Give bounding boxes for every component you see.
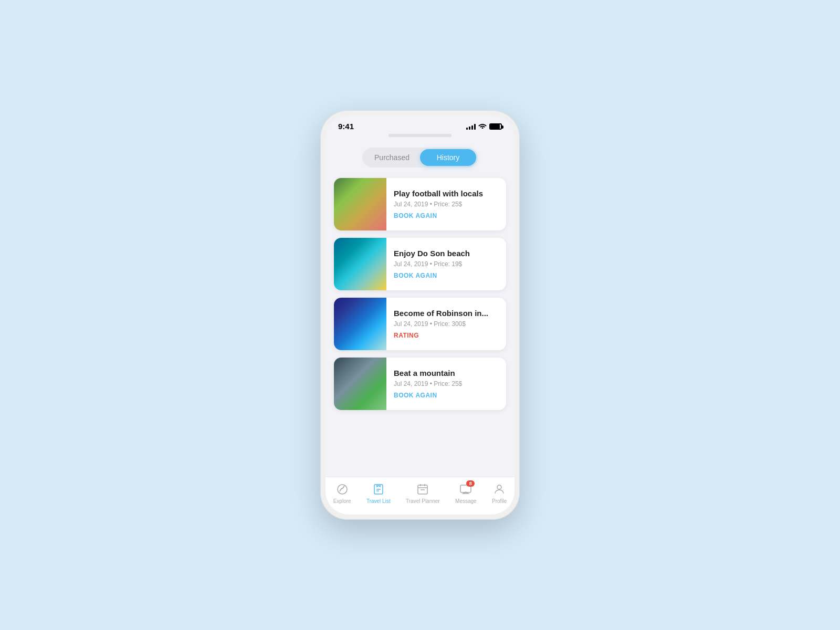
- card-football: Play football with locals Jul 24, 2019 •…: [334, 178, 506, 230]
- svg-point-10: [497, 485, 501, 489]
- svg-point-0: [338, 485, 347, 494]
- battery-icon: [489, 123, 502, 130]
- explore-icon: [335, 482, 349, 496]
- card-title-football: Play football with locals: [394, 189, 499, 198]
- card-meta-island: Jul 24, 2019 • Price: 300$: [394, 320, 499, 328]
- book-again-football[interactable]: BOOK AGAIN: [394, 212, 499, 219]
- status-time: 9:41: [338, 122, 354, 131]
- card-title-island: Become of Robinson in...: [394, 309, 499, 318]
- nav-item-message[interactable]: 8 Message: [455, 482, 477, 504]
- status-bar: 9:41: [326, 116, 514, 134]
- card-image-football: [334, 178, 386, 230]
- travel-list-icon: [372, 482, 385, 496]
- book-again-beach[interactable]: BOOK AGAIN: [394, 272, 499, 279]
- card-island: Become of Robinson in... Jul 24, 2019 • …: [334, 298, 506, 350]
- phone-screen: 9:41: [326, 116, 514, 514]
- nav-label-travel-planner: Travel Planner: [406, 498, 440, 504]
- profile-icon: [492, 482, 506, 496]
- card-meta-beach: Jul 24, 2019 • Price: 19$: [394, 260, 499, 268]
- card-meta-mountain: Jul 24, 2019 • Price: 25$: [394, 380, 499, 387]
- message-icon: 8: [459, 482, 472, 496]
- nav-label-profile: Profile: [492, 498, 507, 504]
- card-image-island: [334, 298, 386, 350]
- card-image-mountain: [334, 358, 386, 410]
- rating-island[interactable]: RATING: [394, 332, 499, 339]
- nav-item-travel-planner[interactable]: Travel Planner: [406, 482, 440, 504]
- card-content-island: Become of Robinson in... Jul 24, 2019 • …: [386, 298, 506, 350]
- card-content-beach: Enjoy Do Son beach Jul 24, 2019 • Price:…: [386, 238, 506, 290]
- status-icons: [466, 122, 502, 130]
- card-image-beach: [334, 238, 386, 290]
- card-content-mountain: Beat a mountain Jul 24, 2019 • Price: 25…: [386, 358, 506, 410]
- signal-icon: [466, 123, 476, 130]
- wifi-icon: [478, 122, 487, 130]
- nav-item-travel-list[interactable]: Travel List: [366, 482, 391, 504]
- phone-frame: 9:41: [320, 110, 520, 520]
- card-title-mountain: Beat a mountain: [394, 369, 499, 377]
- bottom-nav: Explore Travel List: [326, 477, 514, 514]
- tab-switcher: Purchased History: [362, 148, 478, 167]
- card-title-beach: Enjoy Do Son beach: [394, 249, 499, 258]
- book-again-mountain[interactable]: BOOK AGAIN: [394, 392, 499, 399]
- card-beach: Enjoy Do Son beach Jul 24, 2019 • Price:…: [334, 238, 506, 290]
- message-badge: 8: [466, 480, 475, 487]
- nav-label-message: Message: [455, 498, 477, 504]
- card-mountain: Beat a mountain Jul 24, 2019 • Price: 25…: [334, 358, 506, 410]
- notch: [388, 134, 452, 137]
- card-meta-football: Jul 24, 2019 • Price: 25$: [394, 201, 499, 208]
- nav-item-profile[interactable]: Profile: [492, 482, 507, 504]
- content-area: Purchased History Play football with loc…: [326, 139, 514, 477]
- nav-label-travel-list: Travel List: [366, 498, 391, 504]
- card-content-football: Play football with locals Jul 24, 2019 •…: [386, 178, 506, 230]
- nav-item-explore[interactable]: Explore: [333, 482, 351, 504]
- tab-purchased[interactable]: Purchased: [364, 149, 420, 166]
- tab-history[interactable]: History: [420, 149, 476, 166]
- nav-label-explore: Explore: [333, 498, 351, 504]
- notch-area: [326, 134, 514, 137]
- travel-planner-icon: [416, 482, 429, 496]
